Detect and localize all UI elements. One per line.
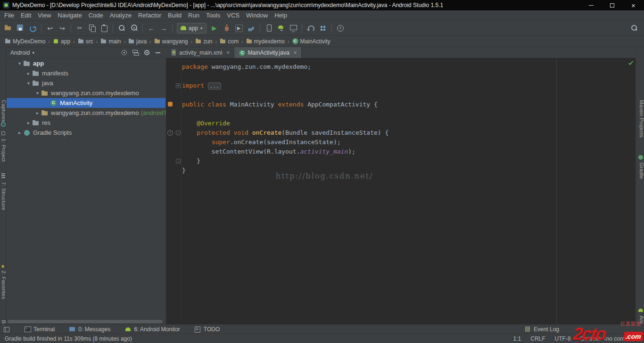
code-line-6[interactable] xyxy=(182,109,636,119)
code-line-8[interactable]: protected void onCreate(Bundle savedInst… xyxy=(182,128,636,138)
structure-icon[interactable] xyxy=(0,172,6,178)
fold-marker[interactable]: + xyxy=(176,83,181,88)
tool-stripe-button-7-structure[interactable]: 7: Structure xyxy=(0,182,6,210)
locate-icon[interactable] xyxy=(121,49,128,56)
run-icon[interactable] xyxy=(209,23,220,34)
menu-item-edit[interactable]: Edit xyxy=(17,11,34,20)
tree-row-wangyang-zun-com-mydexdemo-androidtest[interactable]: ▸wangyang.zun.com.mydexdemo (androidTest… xyxy=(7,108,165,118)
override-marker-icon[interactable]: ↑ xyxy=(167,130,173,136)
menu-item-navigate[interactable]: Navigate xyxy=(54,11,85,20)
tool-stripe-button-1-project[interactable]: 1: Project xyxy=(0,139,6,162)
caret-position-indicator[interactable]: 1:1 xyxy=(513,335,521,342)
line-separator-indicator[interactable]: CRLF xyxy=(530,335,545,342)
tool-button-todo[interactable]: TODO xyxy=(194,326,220,333)
encoding-indicator[interactable]: UTF-8 xyxy=(555,335,571,342)
code-line-4[interactable] xyxy=(182,90,636,100)
tool-stripe-button-captures[interactable]: Captures xyxy=(0,100,6,122)
tree-row-wangyang-zun-com-mydexdemo[interactable]: ▾wangyang.zun.com.mydexdemo xyxy=(7,88,165,98)
project-structure-icon[interactable] xyxy=(317,23,329,34)
profiler-icon[interactable] xyxy=(246,23,257,34)
tree-row-mainactivity[interactable]: MainActivity xyxy=(7,98,165,108)
editor[interactable]: +--↑ package wangyang.zun.com.mydexdemo;… xyxy=(166,58,636,324)
hide-icon[interactable] xyxy=(155,49,162,56)
breadcrumb-item-app[interactable]: app xyxy=(52,38,71,45)
redo-icon[interactable] xyxy=(57,23,68,34)
tool-stripe-button-gradle[interactable]: Gradle xyxy=(638,163,644,179)
star-icon[interactable] xyxy=(0,263,6,269)
menu-item-tools[interactable]: Tools xyxy=(203,11,223,20)
tab-activity-main-xml[interactable]: activity_main.xml× xyxy=(166,47,234,58)
menu-item-run[interactable]: Run xyxy=(185,11,203,20)
menu-item-help[interactable]: Help xyxy=(271,11,290,20)
breadcrumb-item-src[interactable]: src xyxy=(77,38,94,45)
close-button[interactable]: × xyxy=(623,0,644,10)
code-line-2[interactable] xyxy=(182,72,636,81)
menu-item-analyze[interactable]: Analyze xyxy=(107,11,135,20)
code-line-5[interactable]: public class MainActivity extends AppCom… xyxy=(182,100,636,109)
close-icon[interactable]: × xyxy=(294,49,297,56)
gradle-sync-icon[interactable] xyxy=(305,23,316,34)
settings-icon[interactable] xyxy=(143,49,150,56)
tool-button-terminal[interactable]: Terminal xyxy=(24,326,55,333)
back-icon[interactable] xyxy=(146,23,157,34)
menu-item-refactor[interactable]: Refactor xyxy=(135,11,165,20)
avd-manager-icon[interactable] xyxy=(263,23,274,34)
menu-item-build[interactable]: Build xyxy=(165,11,185,20)
tab-mainactivity-java[interactable]: MainActivity.java× xyxy=(234,47,302,58)
tree-chevron-icon[interactable]: ▸ xyxy=(34,110,41,115)
tree-row-app[interactable]: ▾app xyxy=(7,58,165,68)
tree-chevron-icon[interactable]: ▾ xyxy=(34,90,41,96)
tree-row-res[interactable]: ▸res xyxy=(7,118,165,128)
maximize-button[interactable] xyxy=(602,0,623,10)
breadcrumb-item-mydexdemo[interactable]: MyDexDemo xyxy=(4,38,46,45)
tree-row-gradle-scripts[interactable]: ▸Gradle Scripts xyxy=(7,128,165,138)
code-line-3[interactable]: import ... xyxy=(182,81,636,90)
window-icon[interactable] xyxy=(0,131,6,136)
close-icon[interactable]: × xyxy=(226,49,230,56)
android-icon[interactable] xyxy=(638,307,644,313)
device-monitor-icon[interactable] xyxy=(288,23,299,34)
code-line-9[interactable]: super.onCreate(savedInstanceState); xyxy=(182,138,636,147)
menu-item-vcs[interactable]: VCS xyxy=(223,11,243,20)
project-view-selector[interactable]: Android xyxy=(10,49,30,56)
open-icon[interactable] xyxy=(2,23,14,34)
paste-icon[interactable] xyxy=(99,23,110,34)
coverage-icon[interactable] xyxy=(233,23,245,34)
tool-button-switcher[interactable] xyxy=(3,326,10,333)
capture-circle-icon[interactable] xyxy=(0,122,6,127)
breadcrumb-item-java[interactable]: java xyxy=(127,38,148,45)
run-config-selector[interactable]: app▾ xyxy=(177,23,206,33)
find-icon[interactable] xyxy=(116,23,127,34)
menu-item-code[interactable]: Code xyxy=(85,11,107,20)
breadcrumb-item-com[interactable]: com xyxy=(219,38,239,45)
fold-marker[interactable]: - xyxy=(176,159,181,163)
tool-button-6-android-monitor[interactable]: 6: Android Monitor xyxy=(124,326,180,333)
tool-button-0-messages[interactable]: 0: Messages xyxy=(69,326,110,333)
copy-icon[interactable] xyxy=(86,23,98,34)
tree-chevron-icon[interactable]: ▾ xyxy=(16,61,23,66)
gradle-circle-icon[interactable] xyxy=(638,155,644,160)
code-line-12[interactable]: } xyxy=(182,166,636,175)
project-horizontal-scrollbar[interactable] xyxy=(8,320,163,323)
code-area[interactable]: package wangyang.zun.com.mydexdemo;impor… xyxy=(182,62,636,175)
sync-icon[interactable] xyxy=(27,23,38,34)
cut-icon[interactable] xyxy=(74,23,85,34)
tool-stripe-button-maven-projects[interactable]: Maven Projects xyxy=(638,100,644,138)
tree-chevron-icon[interactable]: ▸ xyxy=(16,130,23,135)
replace-icon[interactable] xyxy=(128,23,140,34)
sdk-manager-icon[interactable] xyxy=(275,23,287,34)
tool-stripe-button-android-model[interactable]: Android Model xyxy=(638,316,644,324)
tree-row-java[interactable]: ▾java xyxy=(7,78,165,88)
breadcrumb-item-main[interactable]: main xyxy=(99,38,122,45)
breadcrumb-item-zun[interactable]: zun xyxy=(194,38,213,45)
tree-chevron-icon[interactable]: ▾ xyxy=(25,81,32,86)
code-line-10[interactable]: setContentView(R.layout.activity_main); xyxy=(182,147,636,156)
context-indicator[interactable]: Context: <no context> xyxy=(580,335,636,342)
menu-item-window[interactable]: Window xyxy=(243,11,271,20)
debug-icon[interactable] xyxy=(221,23,232,34)
breadcrumb-item-mydexdemo[interactable]: mydexdemo xyxy=(245,38,286,45)
tree-chevron-icon[interactable]: ▸ xyxy=(25,71,32,76)
tree-chevron-icon[interactable]: ▸ xyxy=(25,120,32,125)
collapse-all-icon[interactable] xyxy=(132,49,139,56)
tool-stripe-button-build-variants[interactable]: Build Variants xyxy=(0,320,6,324)
